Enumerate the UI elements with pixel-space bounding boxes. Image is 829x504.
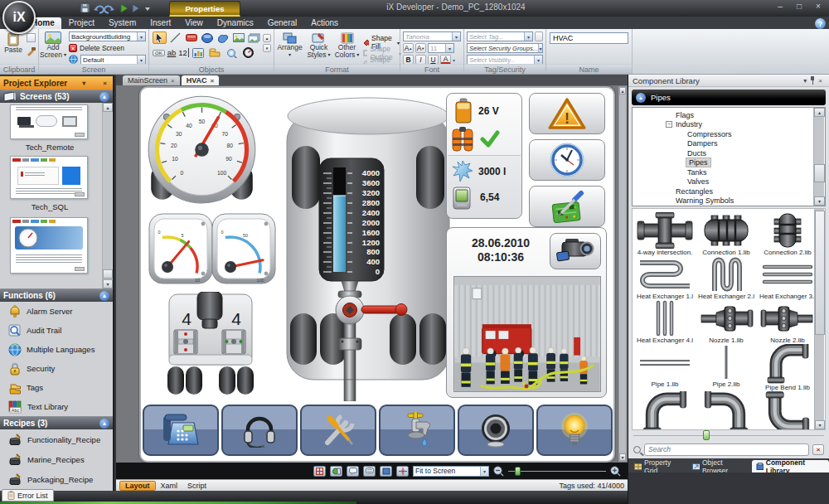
speaker-button[interactable] bbox=[458, 405, 534, 456]
faucet-button[interactable] bbox=[379, 405, 455, 456]
other-colors-button[interactable]: Other Colors▾ bbox=[333, 32, 361, 59]
tab-layout[interactable]: Layout bbox=[119, 481, 156, 491]
scroll-down-icon[interactable]: ▾ bbox=[815, 420, 825, 429]
clock-button[interactable] bbox=[529, 139, 605, 181]
zoom-slider-handle[interactable] bbox=[515, 467, 521, 476]
tab-xaml[interactable]: Xaml bbox=[156, 481, 183, 491]
tools-button[interactable] bbox=[300, 405, 376, 456]
close-button[interactable]: × bbox=[812, 2, 824, 12]
line-tool[interactable] bbox=[168, 32, 182, 44]
component-item[interactable]: Pipe 1.lib bbox=[634, 344, 696, 391]
meter-tool[interactable] bbox=[241, 46, 255, 59]
chevron-down-icon[interactable]: ▾ bbox=[538, 44, 542, 52]
collapse-category-icon[interactable]: ▴ bbox=[636, 93, 646, 103]
screen-name[interactable]: Tech_Remote bbox=[0, 143, 99, 152]
show-grid-icon[interactable] bbox=[313, 466, 326, 477]
zoom-out-icon[interactable] bbox=[493, 466, 504, 477]
shrink-font-button[interactable]: A▼ bbox=[415, 43, 426, 53]
hvac-screen[interactable]: 010 2030 4050 6070 8090 100 bbox=[139, 86, 615, 463]
indicator-panel[interactable]: 26 V 3000 l 6,54 bbox=[446, 93, 522, 219]
collapse-node-icon[interactable]: − bbox=[666, 121, 672, 128]
object-name-input[interactable] bbox=[550, 32, 628, 44]
scroll-down-icon[interactable]: ▾ bbox=[103, 279, 113, 288]
panel-close-icon[interactable]: × bbox=[100, 80, 109, 87]
clear-search-button[interactable]: × bbox=[812, 444, 824, 455]
tree-item-valves[interactable]: Valves bbox=[633, 177, 825, 187]
function-tags[interactable]: Tags bbox=[0, 378, 113, 397]
component-item[interactable]: Pipe Bend 1.lib bbox=[757, 344, 818, 391]
chevron-down-icon[interactable]: ▾ bbox=[480, 467, 488, 476]
category-bar[interactable]: ▴ Pipes bbox=[632, 90, 826, 105]
tab-hvac[interactable]: HVAC× bbox=[182, 75, 220, 85]
functions-section-header[interactable]: Functions (6) ▴ bbox=[0, 288, 113, 302]
tag-browse-button[interactable] bbox=[535, 32, 543, 41]
tab-property-grid[interactable]: Property Grid bbox=[630, 460, 686, 472]
scroll-down-icon[interactable]: ▾ bbox=[619, 453, 626, 461]
screen-thumbnail[interactable] bbox=[10, 156, 88, 199]
objects-scroll-up[interactable]: ▴ bbox=[263, 34, 271, 42]
tab-component-library[interactable]: Component Library bbox=[752, 460, 829, 472]
tree-item-dampers[interactable]: Dampers bbox=[633, 139, 825, 149]
snap-objects-icon[interactable] bbox=[330, 466, 342, 477]
ribbon-tab-view[interactable]: View bbox=[178, 17, 210, 29]
screen-name[interactable]: Tech_SQL bbox=[0, 202, 99, 211]
headset-button[interactable] bbox=[221, 405, 298, 456]
scroll-up-icon[interactable]: ▴ bbox=[103, 103, 113, 112]
close-tab-icon[interactable]: × bbox=[171, 77, 175, 85]
picture-album-tool[interactable] bbox=[247, 32, 261, 44]
component-item[interactable]: Heat Exchanger 2.l bbox=[696, 256, 757, 300]
button-tool[interactable]: OK bbox=[153, 50, 165, 56]
scroll-up-icon[interactable]: ▴ bbox=[814, 108, 825, 117]
help-icon[interactable]: ? bbox=[815, 18, 826, 29]
grow-font-button[interactable]: A▲ bbox=[403, 43, 414, 53]
delete-screen-button[interactable]: × Delete Screen bbox=[69, 44, 124, 52]
component-item[interactable]: Heat Exchanger 4.l bbox=[634, 300, 696, 344]
tab-script[interactable]: Script bbox=[182, 481, 211, 491]
scroll-up-icon[interactable]: ▴ bbox=[619, 87, 626, 94]
screens-section-header[interactable]: Screens (53) ▴ bbox=[0, 90, 113, 103]
collapse-section-icon[interactable]: ▴ bbox=[99, 291, 109, 301]
tree-item-tanks[interactable]: Tanks bbox=[633, 167, 825, 177]
recipe-item[interactable]: Marine_Recipes bbox=[0, 449, 113, 469]
recipe-item[interactable]: Functionality_Recipe bbox=[0, 429, 113, 449]
function-text-library[interactable]: Abc Text Library bbox=[0, 397, 113, 416]
tree-item-pipes[interactable]: Pipes bbox=[633, 158, 825, 168]
component-item[interactable]: Nozzle 1.lib bbox=[696, 300, 757, 344]
polygon-tool[interactable] bbox=[216, 32, 230, 44]
objects-scroll-down[interactable]: ▾ bbox=[263, 44, 271, 52]
recipes-section-header[interactable]: Recipes (3) ▴ bbox=[0, 416, 113, 429]
light-button[interactable] bbox=[536, 405, 613, 456]
tree-item-flags[interactable]: Flags bbox=[633, 110, 825, 120]
component-item[interactable]: Connection 1.lib bbox=[696, 212, 757, 256]
show-comments-icon[interactable] bbox=[363, 466, 376, 477]
picture-tool[interactable] bbox=[231, 32, 245, 44]
snap-guides-icon[interactable] bbox=[396, 466, 409, 477]
compressor-cart-widget[interactable]: 4 4 bbox=[166, 292, 257, 403]
canvas-vertical-scrollbar[interactable]: ▴ ▾ bbox=[618, 86, 627, 462]
rectangle-tool[interactable] bbox=[184, 32, 198, 44]
close-tab-icon[interactable]: × bbox=[211, 77, 215, 85]
zoom-in-icon[interactable] bbox=[610, 466, 621, 477]
tab-object-browser[interactable]: Object Browser bbox=[688, 460, 750, 472]
ellipse-tool[interactable] bbox=[200, 32, 214, 44]
components-scrollbar[interactable]: ▾ bbox=[814, 209, 824, 429]
collapse-section-icon[interactable]: ▴ bbox=[99, 419, 109, 429]
function-security[interactable]: Security bbox=[0, 359, 113, 378]
add-screen-button[interactable]: Add Screen▾ bbox=[41, 32, 65, 59]
screen-thumbnail[interactable] bbox=[10, 217, 88, 274]
text-tool[interactable]: ab bbox=[167, 48, 177, 57]
pin-icon[interactable] bbox=[809, 76, 816, 85]
quick-access-toolbar[interactable] bbox=[80, 2, 162, 14]
screens-scrollbar[interactable]: ▴ ▾ bbox=[102, 103, 112, 288]
camera-button[interactable] bbox=[550, 233, 601, 269]
phone-button[interactable] bbox=[143, 405, 219, 456]
recipe-item[interactable]: Packaging_Recipe bbox=[0, 469, 113, 489]
tree-scrollbar[interactable]: ▴ ▾ bbox=[813, 108, 824, 206]
small-gauge-widget[interactable]: 0 50 100 bbox=[211, 209, 279, 288]
restore-button[interactable]: □ bbox=[793, 2, 805, 12]
panel-close-icon[interactable]: × bbox=[816, 77, 825, 85]
component-item[interactable]: 4-way intersection. bbox=[634, 212, 696, 256]
background-screen-select[interactable]: BackgroundBuilding▾ bbox=[69, 32, 146, 41]
media-panel[interactable]: 28.06.2010 08:10:36 bbox=[446, 227, 607, 398]
ribbon-tab-dynamics[interactable]: Dynamics bbox=[211, 17, 260, 29]
